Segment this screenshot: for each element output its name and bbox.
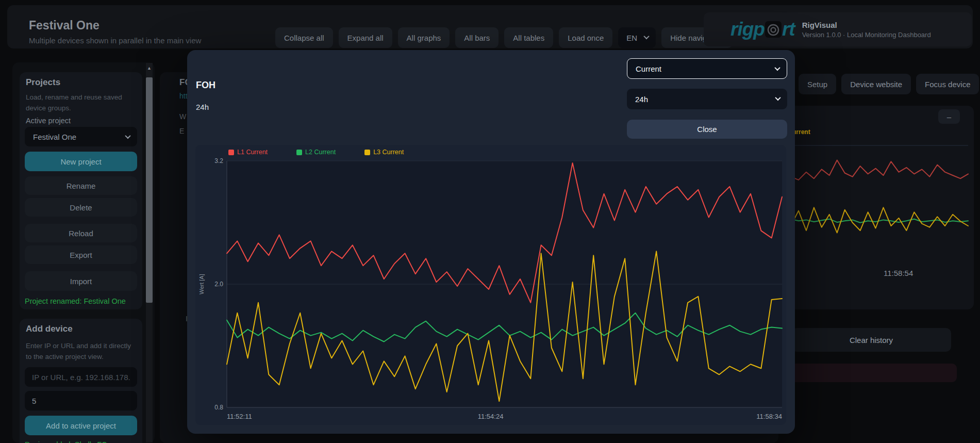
rigport-logo: rigp rt [730,19,795,40]
brand-text: RigVisual Version 1.0.0 · Local Monitori… [802,21,931,39]
range-select[interactable]: 24h [627,89,787,109]
page-subtitle: Multiple devices shown in parallel in th… [29,36,201,45]
sidebar-scrollbar-thumb[interactable] [146,77,153,303]
legend-item[interactable]: L3 Current [364,149,404,156]
device-actions-toolbar: Setup Device website Focus device [799,74,979,94]
chart-container: 3.22.00.811:52:1111:54:2411:58:34Wert [A… [195,145,786,425]
load-once-button[interactable]: Load once [559,27,612,48]
legend-swatch-icon [228,150,234,155]
svg-text:Wert [A]: Wert [A] [198,274,205,294]
svg-text:2.0: 2.0 [214,281,223,288]
device-interval-input[interactable] [25,391,137,411]
new-project-button[interactable]: New project [25,152,137,171]
mini-history-chart [790,135,970,264]
focus-device-button[interactable]: Focus device [916,74,979,94]
danger-action-bar[interactable] [783,364,957,382]
language-select-value: EN [626,34,637,42]
all-tables-button[interactable]: All tables [504,27,553,48]
import-project-button[interactable]: Import [25,271,137,291]
svg-text:11:58:34: 11:58:34 [756,413,782,420]
device-status-message: Device added: Shelly FC [25,440,107,443]
close-modal-button[interactable]: Close [627,120,787,139]
sidebar: Projects Load, rename and reuse saved de… [12,62,155,443]
svg-text:0.8: 0.8 [214,404,223,411]
chevron-down-icon [775,95,780,101]
language-select[interactable]: EN [618,27,656,48]
chevron-down-icon [774,65,780,71]
modal-title: FOH [196,80,215,91]
expand-all-button[interactable]: Expand all [339,27,392,48]
delete-project-button[interactable]: Delete [25,198,137,217]
brand-panel: rigp rt RigVisual Version 1.0.0 · Local … [704,12,972,46]
chevron-down-icon [643,34,649,39]
svg-text:11:52:11: 11:52:11 [227,413,252,420]
chevron-down-icon [125,133,130,139]
project-status-message: Project renamed: Festival One [25,297,126,305]
add-to-project-button[interactable]: Add to active project [25,416,137,435]
active-project-select[interactable]: Festival One [25,127,137,146]
collapse-all-button[interactable]: Collapse all [275,27,333,48]
scrollbar-up-arrow-icon[interactable]: ▲ [146,65,153,71]
all-bars-button[interactable]: All bars [455,27,499,48]
logo-text-pre: rigp [730,19,765,40]
legend-label: L1 Current [237,149,268,156]
app-header: Festival One Multiple devices shown in p… [7,5,973,48]
foh-current-chart: 3.22.00.811:52:1111:54:2411:58:34Wert [A… [195,145,786,425]
add-device-heading: Add device [26,324,73,334]
setup-button[interactable]: Setup [799,74,836,94]
app-window: Festival One Multiple devices shown in p… [0,0,980,443]
legend-swatch-icon [296,150,302,155]
add-device-description: Enter IP or URL and add it directly to t… [26,340,137,362]
rename-project-button[interactable]: Rename [25,176,137,195]
range-select-value: 24h [635,95,648,104]
export-project-button[interactable]: Export [25,245,137,264]
legend-item[interactable]: L2 Current [296,149,336,156]
mini-chart-timestamp: 11:58:54 [884,269,913,277]
minimize-button[interactable]: – [938,109,960,124]
svg-text:11:54:24: 11:54:24 [478,413,504,420]
active-project-label: Active project [26,117,71,125]
device-website-button[interactable]: Device website [841,74,911,94]
active-project-value: Festival One [33,133,76,141]
projects-heading: Projects [26,77,60,88]
legend-label: L2 Current [305,149,336,156]
header-toolbar: Collapse all Expand all All graphs All b… [275,27,733,48]
metric-select[interactable]: Current [627,58,787,79]
projects-card: Projects Load, rename and reuse saved de… [20,72,142,309]
projects-description: Load, rename and reuse saved device grou… [26,92,137,113]
svg-text:3.2: 3.2 [214,157,223,165]
device-history-card: – urrent 11:58:54 [788,106,974,309]
all-graphs-button[interactable]: All graphs [398,27,450,48]
reload-project-button[interactable]: Reload [25,224,137,242]
clear-history-button[interactable]: Clear history [791,328,951,352]
add-device-card: Add device Enter IP or URL and add it di… [20,319,142,443]
app-version: Version 1.0.0 · Local Monitoring Dashboa… [802,31,931,39]
device-detail-modal: FOH 24h Current 24h Close 3.22.00.811:52… [187,50,795,434]
device-ip-input[interactable] [25,367,137,387]
app-name: RigVisual [802,21,931,29]
legend-swatch-icon [364,150,370,155]
chart-legend: L1 CurrentL2 CurrentL3 Current [228,149,404,156]
covered-text-fragment: E [179,127,184,135]
page-title: Festival One [29,19,99,32]
modal-range-label: 24h [196,103,209,111]
logo-text-post: rt [782,19,795,40]
legend-item[interactable]: L1 Current [228,149,268,156]
metric-select-value: Current [636,64,661,73]
rigport-target-icon [765,21,782,38]
covered-text-fragment: W [179,112,186,121]
legend-label: L3 Current [373,149,404,156]
